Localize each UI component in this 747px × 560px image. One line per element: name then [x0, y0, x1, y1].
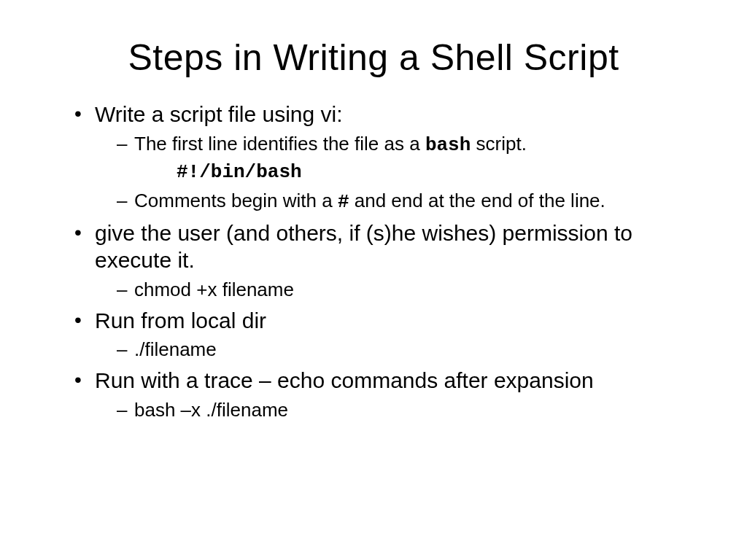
sub-text-prefix: The first line identifies the file as a [134, 133, 425, 155]
slide-title: Steps in Writing a Shell Script [58, 36, 689, 79]
sub-text: chmod +x filename [134, 279, 294, 300]
sub-list: ./filename [95, 337, 689, 362]
sub-text-mono: bash [425, 134, 471, 156]
sub-list: bash –x ./filename [95, 397, 689, 423]
bullet-text: give the user (and others, if (s)he wish… [95, 221, 632, 273]
bullet-list: Write a script file using vi: The first … [58, 101, 689, 423]
sub-text-prefix: Comments begin with a [134, 190, 338, 211]
sub-list: chmod +x filename [95, 277, 689, 303]
sub-item: Comments begin with a # and end at the e… [118, 188, 689, 215]
code-line: #!/bin/bash [177, 160, 689, 185]
sub-text-suffix: and end at the end of the line. [349, 190, 605, 211]
bullet-text: Run with a trace – echo commands after e… [95, 368, 594, 392]
sub-text: bash –x ./filename [134, 399, 288, 421]
bullet-text: Write a script file using vi: [95, 102, 343, 126]
bullet-text: Run from local dir [95, 308, 266, 332]
bullet-item: give the user (and others, if (s)he wish… [79, 219, 689, 303]
slide: Steps in Writing a Shell Script Write a … [0, 0, 747, 560]
sub-item: The first line identifies the file as a … [118, 131, 689, 185]
sub-item: bash –x ./filename [118, 397, 689, 423]
sub-item: chmod +x filename [118, 277, 689, 303]
sub-text: ./filename [134, 338, 217, 360]
bullet-item: Run with a trace – echo commands after e… [79, 367, 689, 423]
sub-text-mono: # [338, 191, 349, 213]
bullet-item: Write a script file using vi: The first … [79, 101, 689, 215]
sub-list: The first line identifies the file as a … [95, 131, 689, 215]
sub-text-suffix: script. [471, 133, 527, 155]
bullet-item: Run from local dir ./filename [79, 307, 689, 363]
sub-item: ./filename [118, 337, 689, 362]
